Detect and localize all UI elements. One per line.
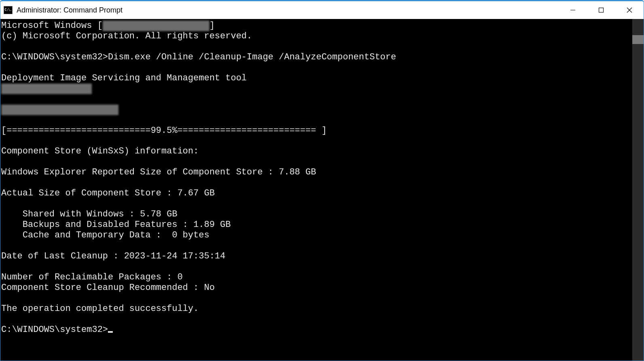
titlebar[interactable]: C:\. Administrator: Command Prompt [0, 1, 644, 19]
window-frame: C:\. Administrator: Command Prompt Micro… [0, 0, 644, 361]
redacted-version: ████████ ██ ████████ [103, 21, 209, 31]
success-line: The operation completed successfully. [1, 304, 198, 314]
vertical-scrollbar[interactable] [632, 19, 644, 361]
close-button[interactable] [615, 1, 644, 19]
cache-line: Cache and Temporary Data : 0 bytes [1, 230, 209, 240]
prompt-1: C:\WINDOWS\system32> [1, 52, 108, 62]
copyright-line: (c) Microsoft Corporation. All rights re… [1, 31, 252, 41]
minimize-icon [570, 7, 576, 13]
os-header-prefix: Microsoft Windows [ [1, 21, 103, 31]
text-cursor [108, 331, 113, 333]
command-1: Dism.exe /Online /Cleanup-Image /Analyze… [108, 52, 396, 62]
backups-line: Backups and Disabled Features : 1.89 GB [1, 220, 231, 230]
window-controls [559, 1, 644, 19]
dism-tool-title: Deployment Image Servicing and Managemen… [1, 73, 247, 83]
reclaimable-packages-line: Number of Reclaimable Packages : 0 [1, 272, 183, 282]
reported-size-line: Windows Explorer Reported Size of Compon… [1, 167, 316, 177]
cleanup-recommended-line: Component Store Cleanup Recommended : No [1, 283, 215, 293]
minimize-button[interactable] [559, 1, 587, 19]
last-cleanup-line: Date of Last Cleanup : 2023-11-24 17:35:… [1, 251, 226, 261]
scrollbar-thumb[interactable] [632, 35, 644, 44]
window-title: Administrator: Command Prompt [17, 6, 122, 15]
progress-bar: [===========================99.5%=======… [1, 126, 327, 136]
redacted-dism-version: ██.██ ████ ██████ [1, 84, 92, 94]
maximize-icon [598, 7, 604, 13]
maximize-button[interactable] [587, 1, 615, 19]
close-icon [627, 7, 632, 13]
terminal-output[interactable]: Microsoft Windows [████████ ██ ████████]… [0, 19, 632, 361]
shared-with-windows-line: Shared with Windows : 5.78 GB [1, 209, 177, 219]
terminal-area: Microsoft Windows [████████ ██ ████████]… [0, 19, 644, 361]
prompt-2: C:\WINDOWS\system32> [1, 325, 108, 335]
app-icon: C:\. [4, 6, 13, 14]
svg-rect-1 [599, 8, 604, 13]
os-header-suffix: ] [209, 21, 215, 31]
actual-size-line: Actual Size of Component Store : 7.67 GB [1, 188, 215, 198]
component-store-header: Component Store (WinSxS) information: [1, 146, 198, 156]
redacted-image-version: ████ █████ ██████████ [1, 105, 118, 115]
